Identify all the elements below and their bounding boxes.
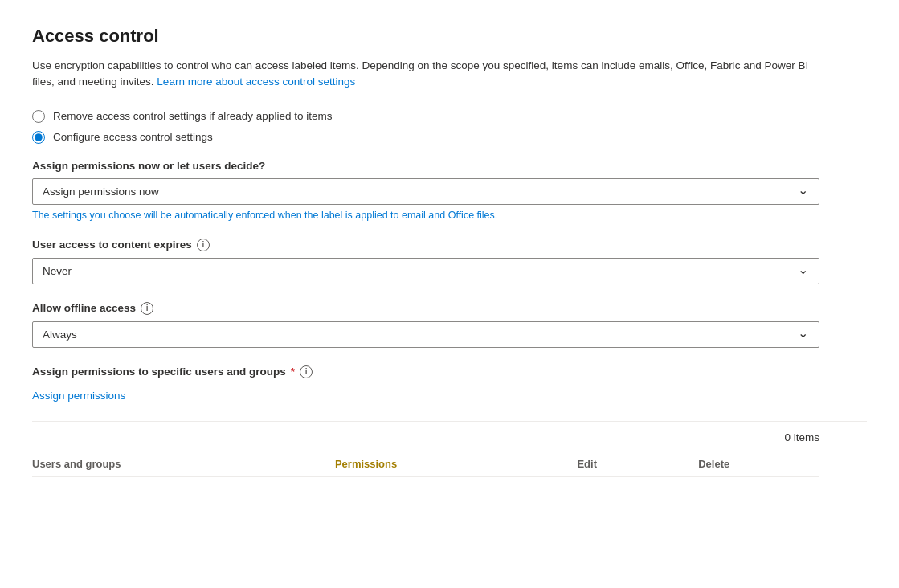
user-access-section: User access to content expires i Never O… (32, 239, 867, 284)
assign-permissions-label: Assign permissions now or let users deci… (32, 160, 867, 172)
table-header: Users and groups Permissions Edit Delete (32, 451, 819, 477)
radio-configure[interactable] (32, 131, 45, 144)
assign-permissions-hint: The settings you choose will be automati… (32, 210, 867, 221)
assign-permissions-section: Assign permissions now or let users deci… (32, 160, 867, 221)
col-permissions: Permissions (335, 458, 578, 470)
user-access-dropdown[interactable]: Never On a specific date A number of day… (32, 258, 819, 284)
assign-specific-label: Assign permissions to specific users and… (32, 365, 867, 378)
offline-access-label: Allow offline access i (32, 302, 867, 315)
offline-access-dropdown-wrapper: Always Never Only for a number of days (32, 321, 819, 348)
assign-specific-info-icon: i (300, 365, 313, 378)
learn-more-link[interactable]: Learn more about access control settings (157, 76, 355, 88)
offline-access-section: Allow offline access i Always Never Only… (32, 302, 867, 348)
user-access-label: User access to content expires i (32, 239, 867, 251)
col-edit: Edit (577, 458, 698, 470)
col-users-groups: Users and groups (32, 458, 335, 470)
assign-permissions-dropdown[interactable]: Assign permissions now Let users assign … (32, 178, 819, 205)
assign-specific-section: Assign permissions to specific users and… (32, 365, 867, 402)
radio-group: Remove access control settings if alread… (32, 110, 867, 144)
assign-permissions-dropdown-wrapper: Assign permissions now Let users assign … (32, 178, 819, 205)
items-count: 0 items (32, 431, 819, 443)
page-title: Access control (32, 26, 867, 47)
offline-access-info-icon: i (141, 302, 153, 315)
radio-remove-label: Remove access control settings if alread… (53, 110, 332, 122)
offline-access-dropdown[interactable]: Always Never Only for a number of days (32, 321, 819, 348)
radio-option-configure[interactable]: Configure access control settings (32, 131, 867, 144)
radio-option-remove[interactable]: Remove access control settings if alread… (32, 110, 867, 123)
user-access-info-icon: i (197, 239, 210, 251)
radio-configure-label: Configure access control settings (53, 131, 213, 143)
required-asterisk: * (291, 365, 295, 378)
permissions-table-section: 0 items Users and groups Permissions Edi… (32, 421, 867, 477)
col-delete: Delete (698, 458, 819, 470)
assign-permissions-link[interactable]: Assign permissions (32, 390, 125, 402)
user-access-dropdown-wrapper: Never On a specific date A number of day… (32, 258, 819, 284)
page-description: Use encryption capabilities to control w… (32, 58, 819, 91)
radio-remove[interactable] (32, 110, 45, 123)
